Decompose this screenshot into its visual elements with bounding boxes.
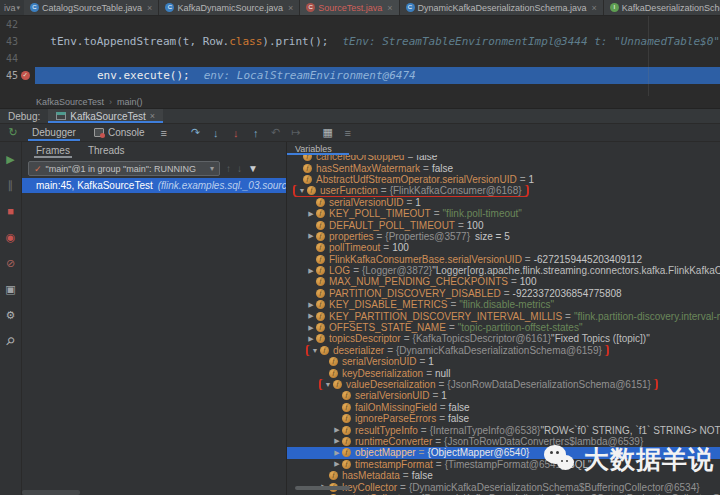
field-icon: f: [316, 255, 325, 264]
run-to-cursor-icon[interactable]: ↦: [287, 124, 305, 141]
variable-value: "flink.partition-discovery.interval-mill…: [574, 311, 720, 322]
expand-arrow-icon[interactable]: ▶: [306, 301, 316, 309]
settings-layout-icon[interactable]: ≡: [155, 124, 173, 141]
editor-tab[interactable]: CDynamicKafkaDeserializationSchema.java×: [400, 0, 604, 15]
filter-funnel-icon[interactable]: ▼: [248, 163, 258, 174]
variable-row[interactable]: ▼fuserFunction={FlinkKafkaConsumer@6168}: [287, 185, 720, 196]
variable-row[interactable]: fserialVersionUID=1: [287, 197, 720, 208]
variable-row[interactable]: fFlinkKafkaConsumerBase.serialVersionUID…: [287, 254, 720, 265]
editor-tab-bar: iva ▾ CCatalogSourceTable.java×CKafkaDyn…: [0, 0, 720, 16]
close-icon[interactable]: ×: [288, 3, 293, 13]
collapse-arrow-icon[interactable]: ▼: [310, 347, 320, 354]
expand-arrow-icon[interactable]: ▶: [306, 232, 316, 240]
editor-tab[interactable]: CCatalogSourceTable.java×: [24, 0, 159, 15]
expand-arrow-icon[interactable]: ▶: [306, 335, 316, 343]
editor-tab[interactable]: CKafkaDynamicSource.java×: [159, 0, 300, 15]
step-over-icon[interactable]: ↷: [187, 124, 205, 141]
tab-debugger[interactable]: Debugger: [24, 124, 84, 141]
stop-icon[interactable]: ■: [0, 198, 22, 224]
expand-arrow-icon[interactable]: ▶: [332, 449, 342, 457]
expand-arrow-icon[interactable]: ▶: [332, 460, 342, 468]
variable-row[interactable]: fPARTITION_DISCOVERY_DISABLED=-922337203…: [287, 288, 720, 299]
variable-row[interactable]: fserialVersionUID=1: [287, 356, 720, 367]
variable-row[interactable]: ▶fLOG={Logger@3872} "Logger[org.apache.f…: [287, 265, 720, 276]
pause-icon[interactable]: ∥: [0, 172, 22, 198]
close-icon[interactable]: ×: [387, 3, 392, 13]
evaluate-expression-icon[interactable]: ▦: [319, 124, 337, 141]
editor-tab[interactable]: IKafkaDeserializationSchema.java×: [604, 0, 720, 15]
variable-row[interactable]: fserialVersionUID=1: [287, 390, 720, 401]
thread-selector-dropdown[interactable]: ✓ "main"@1 in group "main": RUNNING ▾: [28, 161, 220, 176]
close-icon[interactable]: ×: [592, 3, 597, 13]
variable-row[interactable]: ▼fvalueDeserialization={JsonRowDataDeser…: [287, 379, 720, 390]
frame-up-icon[interactable]: ↑: [226, 163, 231, 174]
drop-frame-icon[interactable]: ↶: [267, 124, 285, 141]
gear-icon[interactable]: ⚙: [0, 302, 22, 328]
variable-row[interactable]: fAbstractUdfStreamOperator.serialVersion…: [287, 174, 720, 185]
variable-row[interactable]: fMAX_NUM_PENDING_CHECKPOINTS=100: [287, 276, 720, 287]
force-step-into-icon[interactable]: ↓: [227, 124, 245, 141]
mute-breakpoints-icon[interactable]: ⊘: [0, 250, 22, 276]
expand-arrow-icon[interactable]: ▶: [306, 210, 316, 218]
code-token: tEnv.toAppendStream(t, Row.: [50, 35, 229, 48]
variable-row[interactable]: ffailOnMissingField=false: [287, 402, 720, 413]
close-icon[interactable]: ×: [150, 111, 155, 121]
expand-arrow-icon[interactable]: ▶: [306, 267, 316, 275]
variable-row[interactable]: fignoreParseErrors=false: [287, 413, 720, 424]
debug-session-tab[interactable]: KafkaSourceTest ×: [48, 109, 163, 123]
variable-row[interactable]: fpollTimeout=100: [287, 242, 720, 253]
tab-frames[interactable]: Frames: [28, 142, 78, 159]
field-icon: f: [316, 209, 325, 218]
editor-line: 45✓env.execute();env: LocalStreamEnviron…: [0, 67, 720, 84]
editor-gutter[interactable]: 42: [0, 16, 35, 33]
step-into-icon[interactable]: ↓: [207, 124, 225, 141]
breakpoint-icon[interactable]: ✓: [21, 71, 30, 80]
editor-gutter[interactable]: 44: [0, 50, 35, 67]
view-breakpoints-icon[interactable]: ◉: [0, 224, 22, 250]
tab-threads[interactable]: Threads: [80, 142, 133, 159]
expand-arrow-icon[interactable]: ▶: [332, 437, 342, 445]
variable-row[interactable]: fcanceledOrStopped=false: [287, 155, 720, 162]
variable-row[interactable]: ▶fresultTypeInfo={InternalTypeInfo@6538}…: [287, 424, 720, 435]
variable-row[interactable]: fDEFAULT_POLL_TIMEOUT=100: [287, 219, 720, 230]
expand-arrow-icon[interactable]: ▶: [306, 324, 316, 332]
variable-row-content: ▶fobjectMapper={ObjectMapper@6540}: [332, 447, 529, 458]
editor-gutter[interactable]: 43: [0, 33, 35, 50]
frames-hscrollbar[interactable]: [22, 490, 80, 495]
variable-row[interactable]: fkeyDeserialization=null: [287, 367, 720, 378]
variable-row[interactable]: ▶fKEY_POLL_TIMEOUT="flink.poll-timeout": [287, 208, 720, 219]
expand-arrow-icon[interactable]: ▶: [332, 426, 342, 434]
editor-gutter[interactable]: 45✓: [0, 67, 35, 84]
resume-icon[interactable]: ▶: [0, 146, 22, 172]
frame-down-icon[interactable]: ↓: [237, 163, 242, 174]
close-icon[interactable]: ×: [147, 3, 152, 13]
more-options-icon[interactable]: ≡: [339, 124, 357, 141]
step-out-icon[interactable]: ↑: [247, 124, 265, 141]
variable-value: 1: [415, 197, 421, 208]
variable-row[interactable]: ▶fproperties={Properties@3577}size = 5: [287, 231, 720, 242]
expand-arrow-icon[interactable]: ▶: [306, 312, 316, 320]
variable-row[interactable]: ▶fKEY_DISABLE_METRICS="flink.disable-met…: [287, 299, 720, 310]
variable-row[interactable]: ▶fkeyCollector={DynamicKafkaDeserializat…: [287, 481, 720, 492]
overflow-tab[interactable]: iva ▾: [0, 0, 24, 15]
annotation-highlight-box: ▼fdeserializer={DynamicKafkaDeserializat…: [306, 345, 609, 356]
variable-row[interactable]: ▶fOFFSETS_STATE_NAME="topic-partition-of…: [287, 322, 720, 333]
breakpoint-slot[interactable]: ✓: [18, 71, 32, 80]
collapse-arrow-icon[interactable]: ▼: [323, 381, 333, 388]
variable-row[interactable]: ▶ftopicsDescriptor={KafkaTopicsDescripto…: [287, 333, 720, 344]
collapse-arrow-icon[interactable]: ▼: [297, 187, 307, 194]
code-editor[interactable]: 4243tEnv.toAppendStream(t, Row.class).pr…: [0, 16, 720, 96]
variable-row[interactable]: ▶fKEY_PARTITION_DISCOVERY_INTERVAL_MILLI…: [287, 310, 720, 321]
variable-row[interactable]: ▼fdeserializer={DynamicKafkaDeserializat…: [287, 345, 720, 356]
variables-hscrollbar[interactable]: [295, 486, 350, 490]
field-icon: f: [316, 312, 325, 321]
variable-row[interactable]: fhasSentMaxWatermark=false: [287, 162, 720, 173]
editor-tab[interactable]: CSourceTest.java×: [300, 0, 399, 15]
breadcrumb-item[interactable]: KafkaSourceTest: [36, 97, 104, 107]
tab-console[interactable]: Console: [86, 124, 153, 141]
pin-icon[interactable]: ⚲: [0, 328, 22, 354]
camera-icon[interactable]: ▣: [0, 276, 22, 302]
stack-frame-row[interactable]: main:45, KafkaSourceTest (flink.examples…: [22, 178, 286, 193]
breadcrumb-item[interactable]: main(): [117, 97, 143, 107]
rerun-icon[interactable]: ↻: [4, 124, 22, 141]
